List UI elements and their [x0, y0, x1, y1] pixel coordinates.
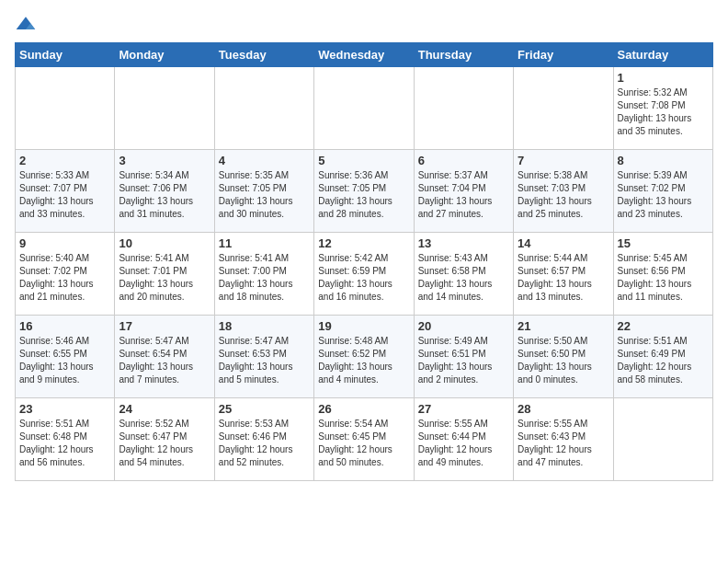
day-info: Sunrise: 5:32 AM Sunset: 7:08 PM Dayligh… — [618, 86, 709, 138]
header-cell-saturday: Saturday — [613, 43, 712, 67]
day-cell — [16, 67, 115, 150]
day-number: 27 — [418, 402, 509, 416]
day-number: 2 — [19, 154, 110, 167]
day-cell: 6Sunrise: 5:37 AM Sunset: 7:04 PM Daylig… — [414, 150, 513, 233]
header-cell-sunday: Sunday — [16, 43, 115, 67]
week-row-2: 2Sunrise: 5:33 AM Sunset: 7:07 PM Daylig… — [16, 150, 713, 233]
day-info: Sunrise: 5:39 AM Sunset: 7:02 PM Dayligh… — [618, 169, 709, 221]
logo-icon — [15, 15, 37, 33]
day-number: 1 — [618, 71, 709, 85]
week-row-4: 16Sunrise: 5:46 AM Sunset: 6:55 PM Dayli… — [16, 316, 713, 398]
day-cell: 21Sunrise: 5:50 AM Sunset: 6:50 PM Dayli… — [514, 316, 613, 398]
day-number: 26 — [318, 402, 409, 416]
day-cell — [613, 398, 712, 481]
day-info: Sunrise: 5:47 AM Sunset: 6:53 PM Dayligh… — [219, 335, 310, 386]
day-number: 24 — [119, 402, 210, 416]
day-cell: 25Sunrise: 5:53 AM Sunset: 6:46 PM Dayli… — [214, 398, 313, 481]
day-cell: 14Sunrise: 5:44 AM Sunset: 6:57 PM Dayli… — [514, 233, 613, 316]
day-info: Sunrise: 5:42 AM Sunset: 6:59 PM Dayligh… — [318, 252, 409, 304]
logo — [15, 15, 40, 33]
day-cell: 19Sunrise: 5:48 AM Sunset: 6:52 PM Dayli… — [314, 316, 414, 398]
day-cell: 8Sunrise: 5:39 AM Sunset: 7:02 PM Daylig… — [613, 150, 712, 233]
day-number: 11 — [219, 236, 310, 250]
day-info: Sunrise: 5:53 AM Sunset: 6:46 PM Dayligh… — [219, 418, 310, 469]
day-cell — [115, 67, 214, 150]
day-number: 4 — [219, 154, 310, 167]
day-info: Sunrise: 5:54 AM Sunset: 6:45 PM Dayligh… — [318, 418, 409, 469]
day-info: Sunrise: 5:38 AM Sunset: 7:03 PM Dayligh… — [518, 169, 609, 221]
day-info: Sunrise: 5:41 AM Sunset: 7:01 PM Dayligh… — [119, 252, 210, 304]
day-cell: 11Sunrise: 5:41 AM Sunset: 7:00 PM Dayli… — [214, 233, 313, 316]
day-cell: 12Sunrise: 5:42 AM Sunset: 6:59 PM Dayli… — [314, 233, 414, 316]
day-number: 13 — [418, 236, 509, 250]
day-info: Sunrise: 5:50 AM Sunset: 6:50 PM Dayligh… — [518, 335, 609, 386]
header-cell-monday: Monday — [115, 43, 214, 67]
day-cell: 23Sunrise: 5:51 AM Sunset: 6:48 PM Dayli… — [16, 398, 115, 481]
day-cell: 9Sunrise: 5:40 AM Sunset: 7:02 PM Daylig… — [16, 233, 115, 316]
day-info: Sunrise: 5:51 AM Sunset: 6:48 PM Dayligh… — [19, 418, 110, 469]
day-cell: 22Sunrise: 5:51 AM Sunset: 6:49 PM Dayli… — [613, 316, 712, 398]
day-cell: 28Sunrise: 5:55 AM Sunset: 6:43 PM Dayli… — [514, 398, 613, 481]
day-cell: 10Sunrise: 5:41 AM Sunset: 7:01 PM Dayli… — [115, 233, 214, 316]
day-info: Sunrise: 5:40 AM Sunset: 7:02 PM Dayligh… — [19, 252, 110, 304]
day-info: Sunrise: 5:47 AM Sunset: 6:54 PM Dayligh… — [119, 335, 210, 386]
day-number: 7 — [518, 154, 609, 167]
day-cell — [214, 67, 313, 150]
day-cell: 4Sunrise: 5:35 AM Sunset: 7:05 PM Daylig… — [214, 150, 313, 233]
day-info: Sunrise: 5:33 AM Sunset: 7:07 PM Dayligh… — [19, 169, 110, 221]
day-cell: 18Sunrise: 5:47 AM Sunset: 6:53 PM Dayli… — [214, 316, 313, 398]
day-cell — [414, 67, 513, 150]
day-number: 21 — [518, 319, 609, 333]
day-cell: 1Sunrise: 5:32 AM Sunset: 7:08 PM Daylig… — [613, 67, 712, 150]
day-number: 8 — [618, 154, 709, 167]
day-info: Sunrise: 5:46 AM Sunset: 6:55 PM Dayligh… — [19, 335, 110, 386]
day-number: 5 — [318, 154, 409, 167]
header — [15, 15, 713, 33]
week-row-3: 9Sunrise: 5:40 AM Sunset: 7:02 PM Daylig… — [16, 233, 713, 316]
day-info: Sunrise: 5:55 AM Sunset: 6:44 PM Dayligh… — [418, 418, 509, 469]
day-number: 6 — [418, 154, 509, 167]
day-info: Sunrise: 5:44 AM Sunset: 6:57 PM Dayligh… — [518, 252, 609, 304]
day-cell: 24Sunrise: 5:52 AM Sunset: 6:47 PM Dayli… — [115, 398, 214, 481]
day-info: Sunrise: 5:36 AM Sunset: 7:05 PM Dayligh… — [318, 169, 409, 221]
day-number: 16 — [19, 319, 110, 333]
day-cell: 26Sunrise: 5:54 AM Sunset: 6:45 PM Dayli… — [314, 398, 414, 481]
day-cell: 3Sunrise: 5:34 AM Sunset: 7:06 PM Daylig… — [115, 150, 214, 233]
day-number: 17 — [119, 319, 210, 333]
day-info: Sunrise: 5:41 AM Sunset: 7:00 PM Dayligh… — [219, 252, 310, 304]
day-cell: 2Sunrise: 5:33 AM Sunset: 7:07 PM Daylig… — [16, 150, 115, 233]
day-number: 3 — [119, 154, 210, 167]
day-cell — [514, 67, 613, 150]
day-info: Sunrise: 5:34 AM Sunset: 7:06 PM Dayligh… — [119, 169, 210, 221]
day-number: 9 — [19, 236, 110, 250]
day-number: 15 — [618, 236, 709, 250]
day-info: Sunrise: 5:52 AM Sunset: 6:47 PM Dayligh… — [119, 418, 210, 469]
day-number: 28 — [518, 402, 609, 416]
day-info: Sunrise: 5:48 AM Sunset: 6:52 PM Dayligh… — [318, 335, 409, 386]
day-cell: 27Sunrise: 5:55 AM Sunset: 6:44 PM Dayli… — [414, 398, 513, 481]
day-cell: 16Sunrise: 5:46 AM Sunset: 6:55 PM Dayli… — [16, 316, 115, 398]
day-info: Sunrise: 5:45 AM Sunset: 6:56 PM Dayligh… — [618, 252, 709, 304]
header-cell-thursday: Thursday — [414, 43, 513, 67]
day-cell: 7Sunrise: 5:38 AM Sunset: 7:03 PM Daylig… — [514, 150, 613, 233]
day-cell: 15Sunrise: 5:45 AM Sunset: 6:56 PM Dayli… — [613, 233, 712, 316]
week-row-5: 23Sunrise: 5:51 AM Sunset: 6:48 PM Dayli… — [16, 398, 713, 481]
day-number: 22 — [618, 319, 709, 333]
day-number: 23 — [19, 402, 110, 416]
header-cell-friday: Friday — [514, 43, 613, 67]
day-number: 14 — [518, 236, 609, 250]
day-number: 10 — [119, 236, 210, 250]
day-info: Sunrise: 5:43 AM Sunset: 6:58 PM Dayligh… — [418, 252, 509, 304]
day-number: 18 — [219, 319, 310, 333]
day-info: Sunrise: 5:51 AM Sunset: 6:49 PM Dayligh… — [618, 335, 709, 386]
header-row: SundayMondayTuesdayWednesdayThursdayFrid… — [16, 43, 713, 67]
calendar-table: SundayMondayTuesdayWednesdayThursdayFrid… — [15, 42, 713, 481]
day-cell: 17Sunrise: 5:47 AM Sunset: 6:54 PM Dayli… — [115, 316, 214, 398]
day-cell: 20Sunrise: 5:49 AM Sunset: 6:51 PM Dayli… — [414, 316, 513, 398]
header-cell-wednesday: Wednesday — [314, 43, 414, 67]
day-number: 19 — [318, 319, 409, 333]
day-info: Sunrise: 5:35 AM Sunset: 7:05 PM Dayligh… — [219, 169, 310, 221]
week-row-1: 1Sunrise: 5:32 AM Sunset: 7:08 PM Daylig… — [16, 67, 713, 150]
day-cell: 13Sunrise: 5:43 AM Sunset: 6:58 PM Dayli… — [414, 233, 513, 316]
day-cell — [314, 67, 414, 150]
